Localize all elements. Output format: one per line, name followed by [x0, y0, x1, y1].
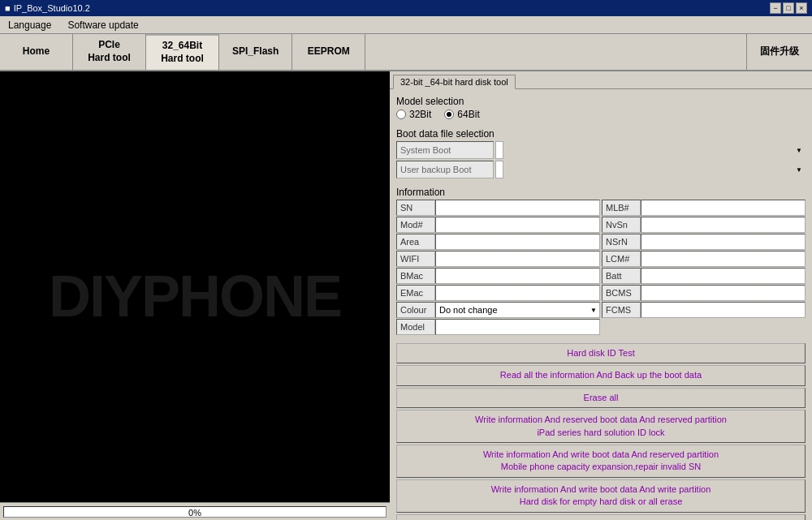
user-backup-boot-row: User backup Boot [396, 161, 806, 178]
info-row-sn: SN [396, 200, 600, 216]
info-input-bcms[interactable] [641, 285, 806, 301]
radio-32bit[interactable]: 32Bit [396, 109, 431, 120]
info-input-mlb[interactable] [641, 200, 806, 216]
info-label-nsrn: NSrN [602, 234, 641, 250]
progress-bar-track: 0% [3, 506, 387, 518]
info-row-bmac: BMac [396, 268, 600, 284]
main-content: DIYPHONE 0% 32-bit _64-bit hard disk too… [0, 71, 812, 520]
tab-eeprom[interactable]: EEPROM [292, 34, 365, 70]
minimize-button[interactable]: − [770, 2, 781, 14]
write-mobile-button[interactable]: Write information And write boot data An… [396, 445, 806, 478]
write-empty-button[interactable]: Write information And write boot data An… [396, 479, 806, 513]
user-backup-boot-label: User backup Boot [396, 161, 494, 178]
app-icon: ■ [5, 3, 11, 13]
colour-row: Colour Do not change Black White Silver … [396, 302, 600, 318]
tab-pcie[interactable]: PCIe Hard tool [73, 34, 146, 70]
tab-spacer [365, 34, 746, 70]
window-title: IP_Box_Studio10.2 [14, 3, 90, 13]
menu-bar: Language Software update [0, 16, 812, 34]
info-label-lcm: LCM# [602, 251, 641, 267]
system-boot-label: System Boot [396, 141, 494, 159]
boot-data-label: Boot data file selection [396, 128, 806, 140]
info-row-nsrn: NSrN [602, 234, 806, 250]
info-label-wifi: WIFI [396, 251, 435, 267]
information-grid: SN Mod# Area WIFI [396, 200, 806, 335]
radio-group: 32Bit 64Bit [396, 109, 806, 120]
model-input[interactable] [435, 319, 600, 335]
info-input-sn[interactable] [435, 200, 600, 216]
tab-32-64bit[interactable]: 32_64Bit Hard tool [146, 34, 219, 70]
info-left-col: SN Mod# Area WIFI [396, 200, 600, 335]
maximize-button[interactable]: □ [783, 2, 794, 14]
action-buttons: Hard disk ID Test Read all the informati… [396, 343, 806, 520]
info-label-bcms: BCMS [602, 285, 641, 301]
system-boot-select[interactable] [495, 141, 503, 159]
system-boot-row: System Boot [396, 141, 806, 159]
info-row-mod: Mod# [396, 217, 600, 233]
model-field-label: Model [396, 319, 435, 335]
info-label-fcms: FCMS [602, 302, 641, 318]
info-label-batt: Batt [602, 268, 641, 284]
info-input-lcm[interactable] [641, 251, 806, 267]
info-input-fcms[interactable] [641, 302, 806, 318]
tab-spi-flash[interactable]: SPI_Flash [219, 34, 292, 70]
info-input-area[interactable] [435, 234, 600, 250]
inner-tab-32-64bit[interactable]: 32-bit _64-bit hard disk tool [393, 75, 516, 89]
read-all-info-button[interactable]: Read all the information And Back up the… [396, 365, 806, 385]
tab-home[interactable]: Home [0, 34, 73, 70]
watermark: DIYPHONE [49, 263, 341, 329]
radio-64bit[interactable]: 64Bit [444, 109, 479, 120]
inner-tab-bar: 32-bit _64-bit hard disk tool [390, 71, 812, 88]
model-row: Model [396, 319, 600, 335]
colour-select[interactable]: Do not change Black White Silver Gold Ro… [435, 302, 600, 318]
info-label-mlb: MLB# [602, 200, 641, 216]
write-reserved-button[interactable]: Write information And reserved boot data… [396, 410, 806, 443]
hard-disk-id-test-button[interactable]: Hard disk ID Test [396, 343, 806, 363]
radio-32bit-label: 32Bit [409, 109, 431, 120]
window-controls: − □ × [770, 2, 807, 14]
tab-firmware-upgrade[interactable]: 固件升级 [746, 34, 812, 70]
info-row-mlb: MLB# [602, 200, 806, 216]
boot-data-section: Boot data file selection System Boot Use… [396, 128, 806, 180]
close-button[interactable]: × [796, 2, 807, 14]
menu-language[interactable]: Language [3, 18, 56, 32]
radio-64bit-label: 64Bit [457, 109, 479, 120]
info-row-emac: EMac [396, 285, 600, 301]
info-label-emac: EMac [396, 285, 435, 301]
info-row-wifi: WIFI [396, 251, 600, 267]
radio-circle-64bit [444, 110, 454, 119]
right-panel: 32-bit _64-bit hard disk tool Model sele… [390, 71, 812, 520]
model-selection-section: Model selection 32Bit 64Bit [396, 96, 806, 123]
info-right-col: MLB# NvSn NSrN LCM# [602, 200, 806, 335]
model-selection-label: Model selection [396, 96, 806, 107]
information-label: Information [396, 187, 806, 198]
radio-circle-32bit [396, 110, 406, 119]
info-input-mod[interactable] [435, 217, 600, 233]
info-input-batt[interactable] [641, 268, 806, 284]
system-boot-select-wrapper [495, 141, 806, 159]
title-bar: ■ IP_Box_Studio10.2 − □ × [0, 0, 812, 16]
info-row-nvsn: NvSn [602, 217, 806, 233]
info-input-emac[interactable] [435, 285, 600, 301]
info-label-area: Area [396, 234, 435, 250]
info-row-area: Area [396, 234, 600, 250]
menu-software-update[interactable]: Software update [63, 18, 143, 32]
info-input-nsrn[interactable] [641, 234, 806, 250]
info-input-wifi[interactable] [435, 251, 600, 267]
colour-label: Colour [396, 302, 435, 318]
info-input-nvsn[interactable] [641, 217, 806, 233]
progress-bar-container: 0% [0, 502, 390, 520]
info-label-nvsn: NvSn [602, 217, 641, 233]
colour-select-wrapper: Do not change Black White Silver Gold Ro… [435, 302, 600, 318]
left-panel: DIYPHONE 0% [0, 71, 390, 520]
info-row-fcms: FCMS [602, 302, 806, 318]
information-section: Information SN Mod# Area [396, 187, 806, 335]
info-row-lcm: LCM# [602, 251, 806, 267]
info-input-bmac[interactable] [435, 268, 600, 284]
stop-button[interactable]: Stop [396, 514, 806, 520]
erase-all-button[interactable]: Erase all [396, 388, 806, 408]
info-label-bmac: BMac [396, 268, 435, 284]
user-backup-boot-select[interactable] [495, 161, 503, 178]
info-label-mod: Mod# [396, 217, 435, 233]
info-row-batt: Batt [602, 268, 806, 284]
